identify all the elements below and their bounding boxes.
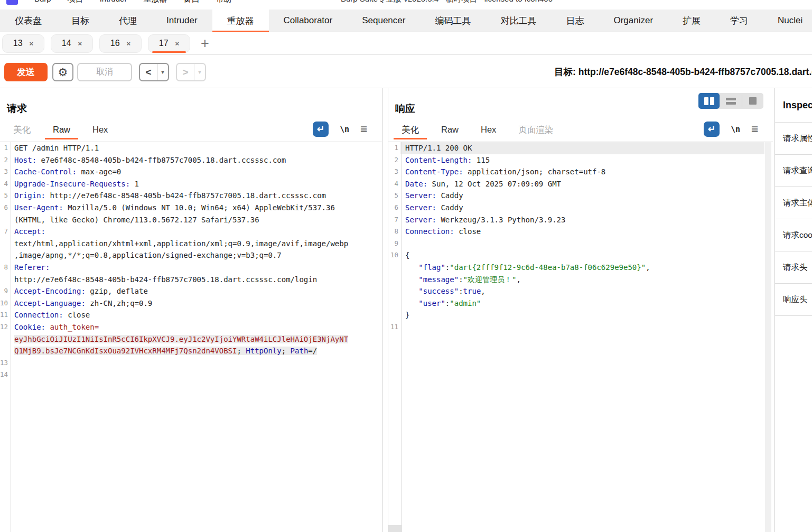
view-tab-Raw[interactable]: Raw [42, 121, 81, 138]
repeater-tab-14[interactable]: 14× [51, 34, 93, 53]
editor-line[interactable]: 11Connection: close [0, 309, 382, 321]
inspector-section-请求查询参数[interactable]: 请求查询参数 [775, 155, 812, 187]
inspector-section-请求头[interactable]: 请求头 [775, 251, 812, 284]
tab-close-icon[interactable]: × [127, 40, 131, 48]
editor-line[interactable]: text/html,application/xhtml+xml,applicat… [0, 238, 382, 250]
editor-line[interactable]: } [388, 309, 764, 321]
repeater-tab-17[interactable]: 17× [148, 34, 190, 53]
line-number: 9 [0, 285, 10, 297]
tab-close-icon[interactable]: × [78, 40, 82, 48]
editor-line[interactable]: "message":"欢迎管理员！", [388, 274, 764, 286]
editor-line[interactable]: 3Content-Type: application/json; charset… [388, 166, 764, 178]
inspector-section-响应头[interactable]: 响应头 [775, 284, 812, 316]
editor-menu-icon[interactable]: ≡ [751, 123, 758, 135]
menu-item-窗口[interactable]: 窗口 [183, 0, 199, 3]
show-newlines-icon[interactable]: \n [340, 125, 349, 134]
back-dropdown-icon[interactable]: ▼ [157, 64, 168, 80]
editor-line[interactable]: 9 [388, 238, 764, 250]
view-tab-美化[interactable]: 美化 [390, 121, 430, 138]
history-back-button[interactable]: < ▼ [139, 63, 169, 81]
main-tab-仪表盘[interactable]: 仪表盘 [0, 10, 57, 32]
request-editor[interactable]: 1GET /admin HTTP/1.12Host: e7e6f48c-8548… [0, 142, 382, 532]
layout-rows-button[interactable] [720, 93, 741, 109]
menu-item-Intruder[interactable]: Intruder [100, 0, 127, 3]
main-tab-目标[interactable]: 目标 [57, 10, 104, 32]
repeater-tab-13[interactable]: 13× [2, 34, 44, 53]
menu-item-帮助[interactable]: 帮助 [216, 0, 231, 3]
tab-close-icon[interactable]: × [30, 40, 34, 48]
main-tab-Sequencer[interactable]: Sequencer [347, 10, 420, 32]
inspector-section-请求属性[interactable]: 请求属性 [775, 123, 812, 155]
menu-item-项目[interactable]: 项目 [68, 0, 83, 3]
editor-line[interactable]: (KHTML, like Gecko) Chrome/113.0.5672.12… [0, 214, 382, 226]
main-tab-日志[interactable]: 日志 [551, 10, 599, 32]
response-hscrollbar-thumb[interactable] [388, 525, 402, 532]
editor-line[interactable]: 7Server: Werkzeug/3.1.3 Python/3.9.23 [388, 214, 764, 226]
editor-line[interactable]: 8Connection: close [388, 226, 764, 238]
response-scrollbar[interactable] [765, 142, 771, 532]
cancel-button[interactable]: 取消 [77, 63, 132, 81]
layout-single-button[interactable] [742, 93, 763, 109]
editor-line[interactable]: 7Accept: [0, 226, 382, 238]
editor-line[interactable]: "user":"admin" [388, 297, 764, 310]
menu-item-重放器[interactable]: 重放器 [143, 0, 167, 3]
word-wrap-icon[interactable]: ↵ [704, 122, 720, 137]
editor-line[interactable]: 5Origin: http://e7e6f48c-8548-405b-b424-… [0, 190, 382, 202]
forward-dropdown-icon[interactable]: ▼ [194, 64, 205, 80]
editor-line[interactable]: 4Upgrade-Insecure-Requests: 1 [0, 178, 382, 190]
main-tab-编码工具[interactable]: 编码工具 [420, 10, 486, 32]
response-editor[interactable]: 1HTTP/1.1 200 OK2Content-Length: 1153Con… [388, 142, 764, 532]
editor-line[interactable]: 14 [0, 369, 382, 381]
editor-line[interactable]: 4Date: Sun, 12 Oct 2025 07:09:09 GMT [388, 178, 764, 190]
send-button[interactable]: 发送 [4, 63, 48, 81]
editor-line[interactable]: 13 [0, 357, 382, 369]
word-wrap-icon[interactable]: ↵ [313, 122, 329, 137]
editor-line[interactable]: 2Content-Length: 115 [388, 154, 764, 166]
editor-line[interactable]: 10Accept-Language: zh-CN,zh;q=0.9 [0, 297, 382, 310]
editor-line[interactable]: "success":true, [388, 285, 764, 297]
editor-line[interactable]: 10{ [388, 249, 764, 262]
view-tab-Hex[interactable]: Hex [470, 121, 507, 138]
tab-close-icon[interactable]: × [175, 40, 180, 48]
main-tab-扩展[interactable]: 扩展 [668, 10, 715, 32]
view-tab-页面渲染[interactable]: 页面渲染 [507, 121, 564, 138]
main-tab-Organizer[interactable]: Organizer [599, 10, 668, 32]
editor-line[interactable]: eyJhbGciOiJIUzI1NiIsInR5cCI6IkpXVCJ9.eyJ… [0, 333, 382, 346]
main-tab-Nuclei[interactable]: Nuclei [763, 10, 812, 32]
view-tab-Raw[interactable]: Raw [430, 121, 470, 138]
editor-menu-icon[interactable]: ≡ [360, 123, 367, 135]
editor-line[interactable]: http://e7e6f48c-8548-405b-b424-ffb8757c7… [0, 274, 382, 286]
editor-line[interactable]: 9Accept-Encoding: gzip, deflate [0, 285, 382, 297]
editor-line[interactable]: 11 [388, 321, 764, 333]
send-settings-button[interactable]: ⚙ [52, 63, 73, 81]
editor-line[interactable]: 12Cookie: auth_token= [0, 321, 382, 333]
main-tab-Intruder[interactable]: Intruder [152, 10, 212, 32]
main-tab-Collaborator[interactable]: Collaborator [269, 10, 348, 32]
line-number: 11 [0, 309, 10, 321]
inspector-section-请求cookies[interactable]: 请求cookies [775, 219, 812, 251]
editor-line[interactable]: ,image/apng,*/*;q=0.8,application/signed… [0, 249, 382, 262]
layout-columns-button[interactable] [698, 93, 720, 109]
editor-line[interactable]: 6User-Agent: Mozilla/5.0 (Windows NT 10.… [0, 202, 382, 214]
editor-line[interactable]: "flag":"dart{2fff9f12-9c6d-48ea-b7a8-f06… [388, 262, 764, 274]
editor-line[interactable]: 8Referer: [0, 262, 382, 274]
main-tab-代理[interactable]: 代理 [104, 10, 152, 32]
view-tab-Hex[interactable]: Hex [81, 121, 119, 138]
editor-line[interactable]: 2Host: e7e6f48c-8548-405b-b424-ffb8757c7… [0, 154, 382, 166]
editor-line[interactable]: 1HTTP/1.1 200 OK [388, 142, 764, 154]
editor-line[interactable]: Q1MjB9.bsJe7NCGnKdIsxOua92IVHcxRM4MFj7Qs… [0, 345, 382, 357]
inspector-section-请求主体参数[interactable]: 请求主体参数 [775, 187, 812, 219]
editor-line[interactable]: 3Cache-Control: max-age=0 [0, 166, 382, 178]
editor-line[interactable]: 1GET /admin HTTP/1.1 [0, 142, 382, 154]
menu-item-Burp[interactable]: Burp [34, 0, 51, 3]
view-tab-美化[interactable]: 美化 [2, 121, 42, 138]
history-forward-button[interactable]: > ▼ [176, 63, 206, 81]
main-tab-学习[interactable]: 学习 [715, 10, 763, 32]
main-tab-重放器[interactable]: 重放器 [212, 10, 269, 32]
main-tab-对比工具[interactable]: 对比工具 [486, 10, 551, 32]
show-newlines-icon[interactable]: \n [731, 125, 740, 134]
new-tab-button[interactable]: + [201, 36, 209, 51]
repeater-tab-16[interactable]: 16× [99, 34, 142, 53]
editor-line[interactable]: 6Server: Caddy [388, 202, 764, 214]
editor-line[interactable]: 5Server: Caddy [388, 190, 764, 202]
